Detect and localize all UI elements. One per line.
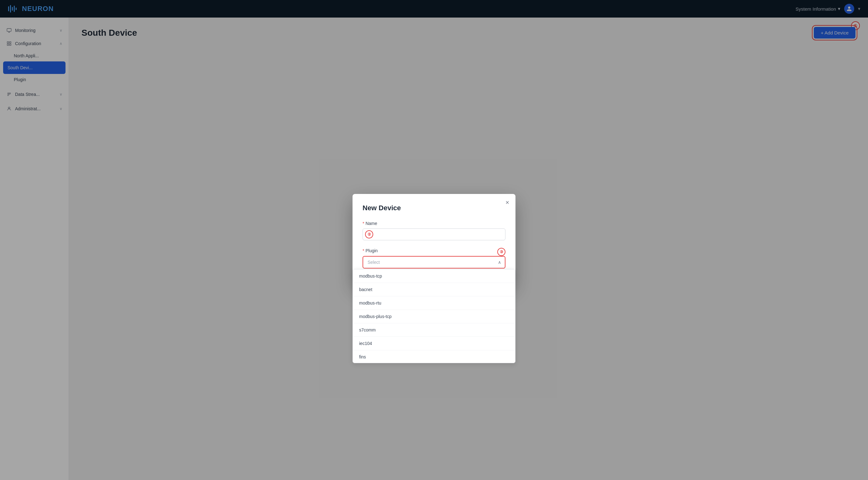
plugin-select-placeholder: Select bbox=[368, 260, 380, 265]
plugin-label: * Plugin bbox=[363, 248, 378, 253]
name-label: * Name bbox=[363, 221, 505, 226]
dropdown-item-fins[interactable]: fins bbox=[353, 350, 515, 363]
name-input[interactable] bbox=[363, 228, 505, 240]
name-required-star: * bbox=[363, 221, 364, 226]
plugin-form-group: * Plugin ③ Select ∧ modbus-tcp bacnet mo… bbox=[363, 248, 505, 268]
plugin-dropdown-list: modbus-tcp bacnet modbus-rtu modbus-plus… bbox=[352, 269, 516, 363]
dropdown-item-modbus-rtu[interactable]: modbus-rtu bbox=[353, 296, 515, 310]
new-device-modal: New Device × * Name ② * Plugin ③ bbox=[352, 194, 516, 286]
step-badge-3: ③ bbox=[497, 248, 505, 256]
name-input-wrapper: ② bbox=[363, 228, 505, 240]
modal-close-button[interactable]: × bbox=[505, 199, 509, 206]
dropdown-item-s7comm[interactable]: s7comm bbox=[353, 323, 515, 337]
step-badge-2: ② bbox=[365, 230, 373, 238]
modal-title: New Device bbox=[363, 204, 505, 212]
modal-overlay[interactable]: New Device × * Name ② * Plugin ③ bbox=[0, 0, 868, 480]
name-form-group: * Name ② bbox=[363, 221, 505, 240]
dropdown-item-modbus-tcp[interactable]: modbus-tcp bbox=[353, 269, 515, 283]
plugin-required-star: * bbox=[363, 248, 364, 253]
chevron-up-icon: ∧ bbox=[498, 260, 501, 265]
plugin-label-text: Plugin bbox=[365, 248, 378, 253]
dropdown-item-modbus-plus-tcp[interactable]: modbus-plus-tcp bbox=[353, 310, 515, 323]
dropdown-item-iec104[interactable]: iec104 bbox=[353, 337, 515, 350]
dropdown-item-bacnet[interactable]: bacnet bbox=[353, 283, 515, 296]
plugin-select-box[interactable]: Select ∧ bbox=[363, 256, 505, 268]
plugin-select-wrapper: Select ∧ modbus-tcp bacnet modbus-rtu mo… bbox=[363, 256, 505, 268]
plugin-label-row: * Plugin ③ bbox=[363, 248, 505, 256]
name-label-text: Name bbox=[365, 221, 377, 226]
